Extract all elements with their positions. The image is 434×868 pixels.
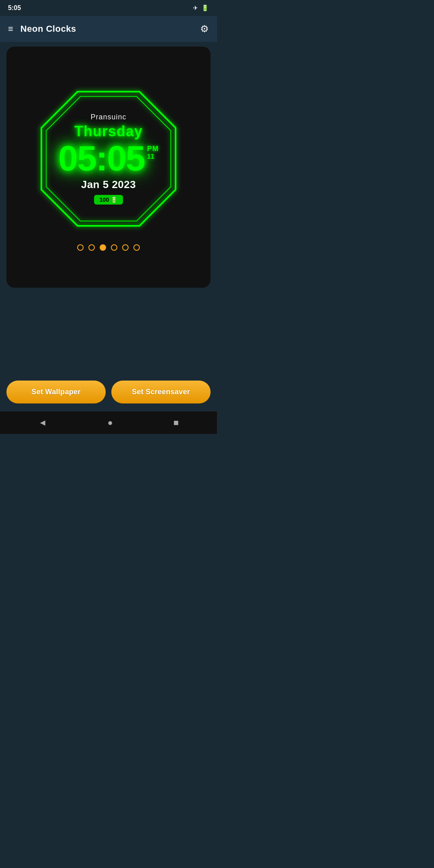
status-time: 5:05 — [8, 4, 21, 12]
settings-icon[interactable]: ⚙ — [200, 23, 209, 35]
dots-row — [77, 244, 140, 251]
app-bar-left: ≡ Neon Clocks — [8, 24, 76, 34]
clock-ampm: PM — [147, 145, 159, 153]
nav-bar: ◄ ● ■ — [0, 411, 217, 434]
battery-icon: 🔋 — [201, 4, 209, 12]
airplane-icon: ✈ — [193, 4, 198, 12]
recents-icon[interactable]: ■ — [173, 418, 178, 428]
dot-3-active[interactable] — [100, 244, 106, 251]
clock-content: Pransuinc Thursday 05:05 PM 11 Jan 5 202… — [58, 113, 159, 205]
home-icon[interactable]: ● — [108, 418, 113, 428]
clock-day: Thursday — [74, 123, 143, 140]
dot-5[interactable] — [122, 244, 129, 251]
clock-battery: 100 🔋 — [94, 195, 123, 205]
clock-time: 05:05 — [58, 141, 145, 176]
dot-1[interactable] — [77, 244, 84, 251]
dot-6[interactable] — [133, 244, 140, 251]
set-wallpaper-button[interactable]: Set Wallpaper — [6, 381, 106, 403]
set-screensaver-button[interactable]: Set Screensaver — [111, 381, 211, 403]
status-icons: ✈ 🔋 — [193, 4, 209, 12]
clock-date: Jan 5 2023 — [81, 178, 136, 191]
clock-brand: Pransuinc — [90, 113, 126, 121]
battery-percent: 100 — [100, 197, 109, 203]
clock-ampm-sec: PM 11 — [147, 141, 159, 160]
bottom-buttons: Set Wallpaper Set Screensaver — [0, 374, 217, 411]
back-icon[interactable]: ◄ — [38, 418, 47, 428]
menu-icon[interactable]: ≡ — [8, 25, 13, 33]
clock-time-row: 05:05 PM 11 — [58, 141, 159, 176]
status-bar: 5:05 ✈ 🔋 — [0, 0, 217, 16]
app-title: Neon Clocks — [20, 24, 76, 34]
dot-2[interactable] — [88, 244, 95, 251]
clock-card: Pransuinc Thursday 05:05 PM 11 Jan 5 202… — [6, 47, 211, 288]
main-content: Pransuinc Thursday 05:05 PM 11 Jan 5 202… — [0, 42, 217, 374]
octagon-wrapper: Pransuinc Thursday 05:05 PM 11 Jan 5 202… — [34, 84, 183, 233]
battery-symbol: 🔋 — [111, 197, 117, 203]
dot-4[interactable] — [111, 244, 117, 251]
app-bar: ≡ Neon Clocks ⚙ — [0, 16, 217, 42]
clock-seconds: 11 — [147, 153, 154, 160]
